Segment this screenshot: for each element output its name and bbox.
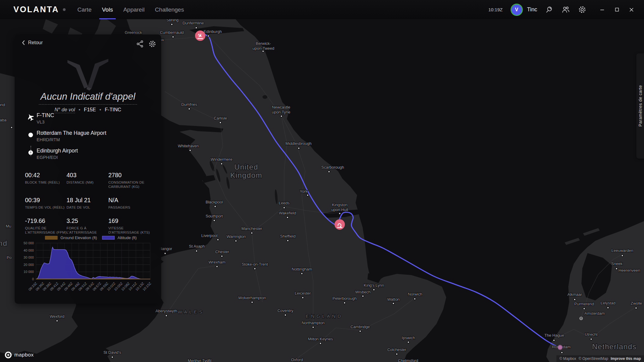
volanta-wings-logo xyxy=(65,59,111,91)
panel-header: Retour xyxy=(15,34,161,53)
nav-item-carte[interactable]: Carte xyxy=(72,0,97,19)
back-button[interactable]: Retour xyxy=(21,40,43,45)
city-dot xyxy=(574,299,576,300)
map-city-label: Purmerend xyxy=(574,302,594,306)
map-city-label: Utrecht xyxy=(585,332,598,337)
stat-label: DATE DE VOL xyxy=(67,205,108,210)
map-city-label: Manchester xyxy=(241,226,262,231)
nav-item-appareil[interactable]: Appareil xyxy=(118,0,150,19)
attribution-improve-link[interactable]: Improve this map xyxy=(611,357,641,361)
city-dot xyxy=(216,266,218,267)
city-dot xyxy=(635,307,637,309)
registration: F-TINC xyxy=(105,107,121,112)
callsign-title[interactable]: Aucun Indicatif d'appel xyxy=(39,91,137,105)
svg-text:50 000: 50 000 xyxy=(24,241,34,245)
stat-cell: N/APASSAGERS xyxy=(108,197,158,210)
attribution-osm[interactable]: © OpenStreetMap xyxy=(579,357,608,361)
map-country-label: Netherlands xyxy=(592,342,637,351)
legend-label-altitude: Altitude (ft) xyxy=(118,235,137,240)
nav-item-vols[interactable]: Vols xyxy=(97,0,118,19)
share-icon[interactable] xyxy=(136,40,144,48)
volanta-logo[interactable]: VOLANTA xyxy=(0,0,66,19)
username[interactable]: Tinc xyxy=(527,6,537,13)
map-city-label: Peterborough xyxy=(333,296,357,301)
close-button[interactable] xyxy=(626,5,637,15)
city-dot xyxy=(221,163,223,165)
map-settings-tab[interactable]: Paramètres de carte xyxy=(636,53,644,159)
map-city-label: Sheffield xyxy=(280,234,295,238)
map-city-label: Amsterdam xyxy=(584,311,605,316)
stat-value: 169 xyxy=(108,217,158,224)
search-icon[interactable] xyxy=(545,5,554,14)
leg-title: Rotterdam The Hague Airport xyxy=(37,130,155,136)
city-dot xyxy=(414,298,416,300)
stat-label: QUALITÉ DE L'ATTERRISSAGE (FPM) xyxy=(25,226,67,235)
touch-and-go-marker[interactable] xyxy=(335,219,345,230)
stat-cell: 00:42BLOCK TIME (RÉEL) xyxy=(25,172,67,189)
nav-item-challenges[interactable]: Challenges xyxy=(150,0,189,19)
route-connector-line xyxy=(31,146,31,156)
leg-item[interactable]: Rotterdam The Hague AirportEHRD/RTM xyxy=(26,130,155,142)
map-region-label: ENGLAND xyxy=(306,314,343,319)
city-dot xyxy=(188,108,190,110)
map-city-label: Stoke-on-Trent xyxy=(242,262,268,267)
mapbox-icon xyxy=(4,351,12,359)
map-city-label: Milton Keynes xyxy=(308,337,333,341)
city-dot xyxy=(328,171,330,173)
map-city-label: Edinburgh xyxy=(204,29,222,34)
stat-value: 18 Jul 21 xyxy=(67,197,108,204)
maximize-button[interactable] xyxy=(612,5,622,15)
bullet-separator: • xyxy=(76,107,82,112)
city-dot xyxy=(287,240,289,242)
brand-name: VOLANTA xyxy=(13,5,59,14)
attribution-mapbox[interactable]: © Mapbox xyxy=(559,357,576,361)
map-city-label: Lond xyxy=(0,102,5,107)
altitude-chart[interactable]: 010 00020 00030 00040 00050 00009:33Z09:… xyxy=(15,234,161,304)
flight-settings-gear-icon[interactable] xyxy=(148,40,156,48)
city-dot xyxy=(607,307,609,309)
leg-item[interactable]: Edinburgh AirportEGPH/EDI xyxy=(26,148,155,160)
departure-marker[interactable] xyxy=(558,345,563,350)
stat-label: BLOCK TIME (RÉEL) xyxy=(25,180,67,185)
svg-text:30 000: 30 000 xyxy=(24,256,34,259)
svg-text:0: 0 xyxy=(32,277,34,281)
city-dot xyxy=(213,220,215,221)
city-dot xyxy=(171,23,173,25)
leg-item[interactable]: F-TINCVL3 xyxy=(26,112,155,124)
title-bar: VOLANTA CarteVolsAppareilChallenges 10:1… xyxy=(0,0,644,19)
map-city-label: Bangor xyxy=(159,246,172,251)
stat-value: 2780 xyxy=(108,172,158,179)
svg-text:40 000: 40 000 xyxy=(24,249,34,252)
map-city-label: Chester xyxy=(215,249,229,254)
avatar[interactable]: V xyxy=(511,4,523,16)
svg-text:20 000: 20 000 xyxy=(24,263,34,267)
map-city-label: Dumfries xyxy=(181,102,197,107)
friends-icon[interactable] xyxy=(561,5,570,14)
stat-label: TEMPS DE VOL (RÉEL) xyxy=(25,205,67,210)
map-city-label: The Hague xyxy=(545,333,564,338)
arrival-marker[interactable] xyxy=(195,30,205,41)
city-dot xyxy=(307,194,309,196)
airport-dot-icon xyxy=(28,133,33,137)
back-label: Retour xyxy=(28,40,43,45)
minimize-button[interactable] xyxy=(597,5,607,15)
svg-text:10 000: 10 000 xyxy=(24,270,34,274)
main-nav: CarteVolsAppareilChallenges xyxy=(72,0,189,19)
stat-label: VITESSE D'ATTERRISSAGE (KTS) xyxy=(108,226,151,235)
leg-title: Edinburgh Airport xyxy=(37,148,155,154)
city-dot xyxy=(165,315,167,317)
legend-swatch-ground xyxy=(45,236,57,239)
legend-label-ground: Ground Elevation (ft) xyxy=(60,235,97,240)
map-city-label: Carlisle xyxy=(214,116,227,120)
map-city-label: Wakefield xyxy=(279,211,296,215)
chevron-left-icon xyxy=(21,40,26,45)
city-dot xyxy=(287,217,288,218)
map-city-label: Merthyr Tydfil xyxy=(188,358,212,362)
map-city-label: Warrington xyxy=(226,234,246,239)
map-country-label: and xyxy=(0,239,7,247)
city-dot xyxy=(235,240,237,242)
mapbox-logo[interactable]: mapbox xyxy=(4,351,34,359)
map-city-label: Wexford xyxy=(50,314,64,319)
city-dot xyxy=(11,127,13,128)
settings-gear-icon[interactable] xyxy=(577,5,587,14)
